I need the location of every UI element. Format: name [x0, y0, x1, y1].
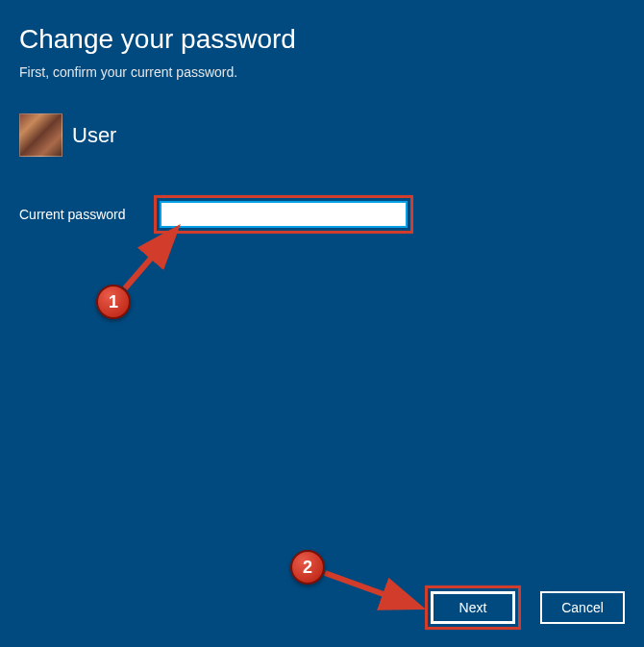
annotation-highlight-2: Next [425, 585, 521, 630]
svg-line-3 [325, 573, 415, 606]
svg-line-1 [125, 233, 173, 288]
annotation-highlight-1 [154, 195, 413, 234]
current-password-row: Current password [0, 157, 644, 234]
annotation-marker-2: 2 [290, 550, 325, 585]
page-title: Change your password [0, 0, 644, 55]
annotation-arrow-2 [319, 563, 434, 621]
username: User [72, 123, 116, 148]
cancel-button[interactable]: Cancel [540, 591, 625, 624]
annotation-arrow-1 [113, 219, 190, 296]
avatar [19, 113, 62, 157]
annotation-marker-1: 1 [96, 285, 131, 319]
current-password-input[interactable] [160, 201, 408, 228]
footer-buttons: Next Cancel [425, 585, 625, 630]
user-block: User [0, 80, 644, 157]
next-button[interactable]: Next [431, 591, 515, 624]
page-subtitle: First, confirm your current password. [0, 55, 644, 80]
